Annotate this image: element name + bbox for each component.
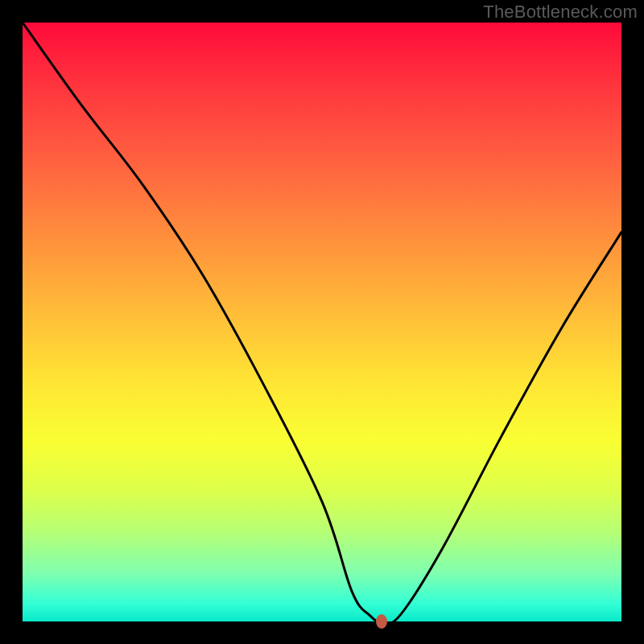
- plot-area: [23, 23, 621, 621]
- bottleneck-curve: [23, 23, 621, 621]
- optimal-point-marker: [376, 614, 387, 629]
- watermark-text: TheBottleneck.com: [483, 2, 638, 23]
- chart-frame: TheBottleneck.com: [0, 0, 644, 644]
